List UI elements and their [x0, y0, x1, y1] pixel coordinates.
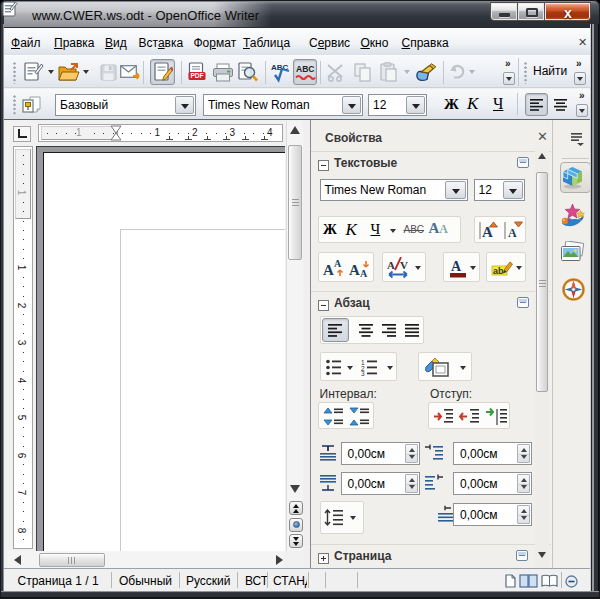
svg-text:ab: ab [493, 266, 504, 276]
svg-text:A: A [360, 268, 368, 279]
svg-text:PDF: PDF [191, 72, 204, 79]
svg-text:V: V [400, 259, 408, 271]
svg-text:A: A [349, 262, 360, 278]
svg-text:A: A [508, 226, 517, 240]
svg-text:ABC: ABC [296, 64, 314, 74]
svg-text:A: A [451, 259, 462, 274]
svg-text:3: 3 [361, 370, 365, 376]
svg-text:A: A [334, 258, 342, 269]
svg-text:A: A [387, 259, 395, 271]
svg-text:A: A [323, 262, 334, 278]
